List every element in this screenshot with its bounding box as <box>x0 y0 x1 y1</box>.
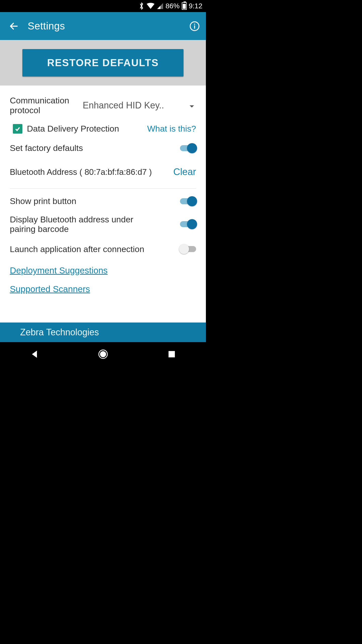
factory-defaults-toggle[interactable] <box>180 145 196 151</box>
communication-protocol-label: Communication protocol <box>10 96 83 115</box>
settings-content: Communication protocol Enhanced HID Key.… <box>0 86 206 323</box>
data-delivery-label: Data Delivery Protection <box>27 124 119 134</box>
supported-scanners-link[interactable]: Supported Scanners <box>10 284 90 294</box>
display-bt-row: Display Bluetooth address under pairing … <box>10 212 196 240</box>
clock: 9:12 <box>189 2 203 10</box>
brand-name: Zebra Technologies <box>20 327 99 337</box>
nav-recent-button[interactable] <box>165 348 178 360</box>
restore-area: RESTORE DEFAULTS <box>0 40 206 86</box>
deployment-row: Deployment Suggestions <box>10 260 196 281</box>
brand-bar: Zebra Technologies <box>0 323 206 342</box>
page-title: Settings <box>28 20 183 32</box>
bluetooth-icon <box>139 2 144 10</box>
launch-app-row: Launch application after connection <box>10 240 196 260</box>
bluetooth-clear-link[interactable]: Clear <box>173 167 196 177</box>
back-button[interactable] <box>0 21 28 31</box>
cellular-icon <box>157 3 163 9</box>
data-delivery-checkbox[interactable] <box>13 124 22 134</box>
communication-protocol-row: Communication protocol Enhanced HID Key.… <box>10 86 196 120</box>
bluetooth-address-row: Bluetooth Address ( 80:7a:bf:fa:86:d7 ) … <box>10 159 196 185</box>
show-print-label: Show print button <box>10 196 180 206</box>
app-bar: Settings <box>0 12 206 40</box>
status-bar: 86% 9:12 <box>0 0 206 12</box>
navigation-bar <box>0 342 206 366</box>
bluetooth-address-label: Bluetooth Address ( 80:7a:bf:fa:86:d7 ) <box>10 167 173 177</box>
data-delivery-row: Data Delivery Protection What is this? <box>10 120 196 137</box>
show-print-row: Show print button <box>10 190 196 212</box>
divider <box>10 188 196 189</box>
svg-point-3 <box>100 351 106 357</box>
communication-protocol-value: Enhanced HID Key.. <box>83 100 164 111</box>
deployment-suggestions-link[interactable]: Deployment Suggestions <box>10 265 108 275</box>
restore-defaults-button[interactable]: RESTORE DEFAULTS <box>22 49 184 76</box>
factory-defaults-label: Set factory defaults <box>10 143 180 153</box>
battery-percent: 86% <box>165 2 179 10</box>
svg-rect-4 <box>168 351 175 357</box>
chevron-down-icon <box>189 100 195 111</box>
scanners-row: Supported Scanners <box>10 281 196 300</box>
nav-home-button[interactable] <box>97 348 109 360</box>
info-button[interactable] <box>183 21 206 31</box>
svg-point-1 <box>194 24 195 25</box>
what-is-this-link[interactable]: What is this? <box>147 124 196 134</box>
display-bt-toggle[interactable] <box>180 221 196 227</box>
battery-icon <box>182 2 187 10</box>
show-print-toggle[interactable] <box>180 198 196 204</box>
communication-protocol-dropdown[interactable]: Enhanced HID Key.. <box>83 100 196 111</box>
nav-back-button[interactable] <box>28 348 41 360</box>
wifi-icon <box>146 3 155 9</box>
display-bt-label: Display Bluetooth address under pairing … <box>10 215 151 234</box>
launch-app-label: Launch application after connection <box>10 244 144 254</box>
factory-defaults-row: Set factory defaults <box>10 137 196 159</box>
launch-app-toggle[interactable] <box>180 246 196 252</box>
